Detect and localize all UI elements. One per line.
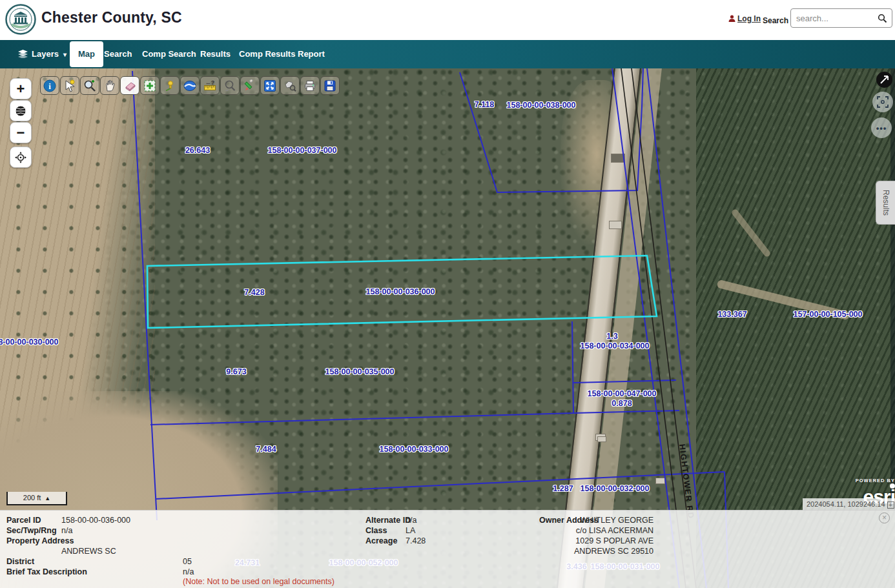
- parcel-label: 26.643: [185, 146, 210, 155]
- parcel-label: 158-00-00-038-000: [506, 101, 575, 110]
- parcel-label: 158-00-00-034-000: [580, 341, 649, 350]
- class-value: LA: [406, 526, 415, 535]
- zoom-to-icon: [223, 79, 236, 92]
- save-button[interactable]: [320, 76, 340, 95]
- tab-results[interactable]: Results: [200, 40, 231, 68]
- owner-street: 1029 S POPLAR AVE: [575, 536, 653, 545]
- globe-icon: [14, 105, 27, 117]
- field-label: Sec/Twp/Rng: [6, 526, 57, 535]
- brief-tax-value: n/a: [183, 567, 194, 576]
- header-search-label: Search: [763, 16, 788, 25]
- tab-comp-search[interactable]: Comp Search: [142, 40, 196, 68]
- parcel-label: 1.287: [553, 484, 573, 493]
- pan-button[interactable]: [100, 76, 119, 95]
- sec-twp-rng-value: n/a: [61, 526, 72, 535]
- map-toolbar: i ↔?: [40, 76, 340, 95]
- tab-map[interactable]: Map: [70, 41, 103, 67]
- parcel-label: 158-00-00-036-000: [365, 287, 435, 296]
- extent-focus-button[interactable]: [872, 92, 893, 112]
- measure-button[interactable]: ↔?: [200, 76, 220, 95]
- search-input[interactable]: [796, 9, 874, 27]
- focus-icon: [877, 96, 889, 108]
- minus-icon: −: [17, 126, 25, 140]
- parcel-label: 133.367: [717, 310, 746, 319]
- field-label: Alternate ID: [365, 516, 411, 525]
- search-icon[interactable]: [878, 14, 887, 23]
- ellipsis-icon: •••: [876, 123, 887, 133]
- owner-name: WHITLEY GEORGE: [580, 516, 653, 525]
- add-selection-button[interactable]: [140, 76, 159, 95]
- district-value: 05: [183, 557, 192, 566]
- zoom-out-button[interactable]: −: [10, 122, 32, 143]
- owner-city: ANDREWS SC 29510: [574, 547, 653, 556]
- more-options-button[interactable]: •••: [871, 117, 892, 138]
- locate-button[interactable]: [10, 147, 32, 168]
- zoom-extent-icon: [263, 79, 276, 92]
- login-link[interactable]: Log In: [728, 14, 761, 23]
- pan-icon: [103, 79, 116, 92]
- field-label: Property Address: [6, 536, 74, 545]
- google-earth-button[interactable]: [180, 76, 200, 95]
- tab-report[interactable]: Report: [298, 40, 325, 68]
- save-icon: [324, 79, 336, 92]
- pushpin-button[interactable]: [160, 76, 180, 95]
- scale-toggle-icon[interactable]: ▲: [45, 495, 50, 502]
- eraser-button[interactable]: [120, 76, 139, 95]
- arrow-icon: [880, 76, 889, 84]
- parcel-label: 1.3: [606, 332, 617, 341]
- export-shape-button[interactable]: [280, 76, 300, 95]
- share-button[interactable]: [876, 72, 892, 88]
- parcel-label: 7.118: [475, 100, 495, 109]
- field-label: Acreage: [365, 536, 397, 545]
- draw-button[interactable]: [240, 76, 260, 95]
- parcel-label: 158-00-00-047-000: [587, 389, 656, 398]
- results-side-tab[interactable]: Results: [876, 181, 895, 225]
- pushpin-icon: [163, 79, 176, 92]
- google-earth-icon: [183, 79, 196, 92]
- parcel-label: 9.673: [226, 367, 246, 376]
- export-shape-icon: [283, 79, 296, 92]
- field-label: Parcel ID: [6, 516, 41, 525]
- acreage-value: 7.428: [406, 536, 426, 545]
- zoom-in-button[interactable]: +: [10, 78, 32, 99]
- parcel-label: 7.428: [244, 288, 264, 297]
- parcel-label: 7.484: [256, 445, 276, 454]
- parcel-info-panel: Parcel ID 158-00-00-036-000 Sec/Twp/Rng …: [0, 510, 895, 588]
- select-features-button[interactable]: [60, 76, 79, 95]
- scale-bar: 200 ft▲: [6, 492, 67, 505]
- draw-icon: [243, 79, 256, 92]
- owner-care-of: c/o LISA ACKERMAN: [576, 526, 653, 535]
- crosshair-icon: [14, 151, 27, 164]
- layers-menu[interactable]: Layers▾: [18, 40, 67, 68]
- main-nav: Layers▾ Map Search Comp Search Results C…: [0, 40, 895, 68]
- add-selection-icon: [143, 79, 156, 92]
- close-icon[interactable]: ×: [879, 512, 890, 523]
- page-title: Chester County, SC: [41, 9, 182, 26]
- identify-button[interactable]: i: [40, 76, 59, 95]
- measure-icon: ↔?: [203, 79, 216, 92]
- field-label: Brief Tax Description: [6, 567, 87, 576]
- parcel-id-value: 158-00-00-036-000: [61, 516, 130, 525]
- user-icon: [728, 15, 736, 22]
- plus-icon: +: [17, 82, 25, 96]
- eraser-icon: [123, 79, 136, 92]
- parcel-label: 158-00-00-037-000: [267, 146, 336, 155]
- parcel-label: 0.878: [612, 399, 632, 408]
- home-extent-button[interactable]: [10, 100, 32, 121]
- zoom-extent-button[interactable]: [260, 76, 280, 95]
- coordinate-readout: 2024054.11, 1029246.14+: [803, 498, 895, 511]
- svg-text:i: i: [48, 81, 51, 91]
- tab-comp-results[interactable]: Comp Results: [239, 40, 295, 68]
- zoom-in-box-button[interactable]: [80, 76, 99, 95]
- zoom-to-button[interactable]: [220, 76, 240, 95]
- field-label: Class: [365, 526, 387, 535]
- identify-icon: i: [43, 79, 56, 92]
- property-address-value: ANDREWS SC: [61, 547, 116, 556]
- edge-shadow: [890, 68, 895, 510]
- print-button[interactable]: [300, 76, 320, 95]
- coordinate-settings-icon[interactable]: +: [887, 502, 894, 509]
- field-label: District: [6, 557, 34, 566]
- parcel-label: 158-00-00-035-000: [325, 367, 394, 376]
- print-icon: [303, 79, 316, 92]
- tab-search[interactable]: Search: [104, 40, 132, 68]
